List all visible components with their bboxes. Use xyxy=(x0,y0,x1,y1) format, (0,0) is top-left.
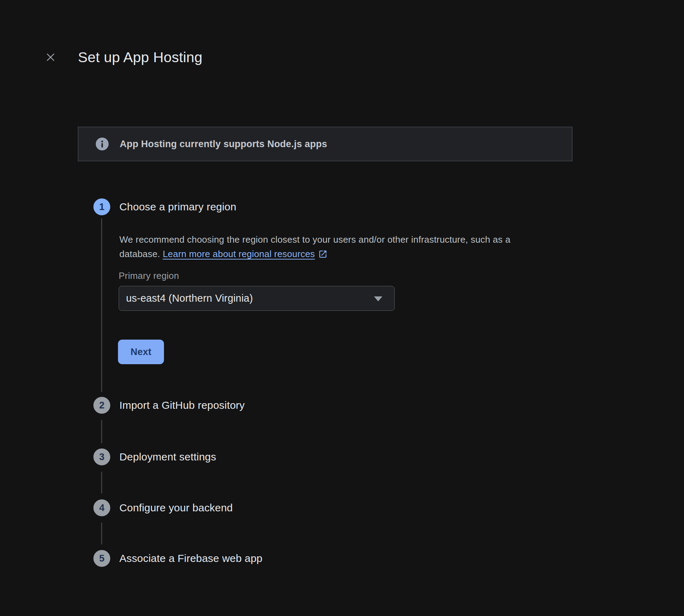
step-1-number: 1 xyxy=(99,202,104,212)
open-in-new-icon xyxy=(318,249,328,259)
step-3-title: Deployment settings xyxy=(119,449,216,465)
learn-more-link[interactable]: Learn more about regional resources xyxy=(163,249,315,259)
info-icon xyxy=(95,137,109,151)
step-5-title: Associate a Firebase web app xyxy=(119,551,263,566)
dropdown-caret-icon xyxy=(374,296,382,301)
primary-region-value: us-east4 (Northern Virginia) xyxy=(126,293,253,304)
step-4-title: Configure your backend xyxy=(119,500,233,516)
stepper-connector xyxy=(101,218,102,392)
close-button[interactable] xyxy=(39,46,62,68)
stepper-connector xyxy=(101,472,102,493)
step-3-circle: 3 xyxy=(93,448,110,465)
stepper-connector xyxy=(101,420,102,443)
app-hosting-setup-dialog: Set up App Hosting App Hosting currently… xyxy=(0,0,684,616)
step-3-number: 3 xyxy=(99,452,104,463)
close-icon xyxy=(45,51,57,63)
step-2-number: 2 xyxy=(99,400,104,411)
next-button[interactable]: Next xyxy=(118,340,164,364)
primary-region-label: Primary region xyxy=(119,270,179,281)
step-4-number: 4 xyxy=(99,503,104,513)
description-line-2: database. xyxy=(119,249,163,259)
info-banner-text: App Hosting currently supports Node.js a… xyxy=(120,139,327,150)
primary-region-select[interactable]: us-east4 (Northern Virginia) xyxy=(119,286,395,311)
step-1-description: We recommend choosing the region closest… xyxy=(119,232,583,261)
info-banner: App Hosting currently supports Node.js a… xyxy=(78,127,572,161)
step-5-circle: 5 xyxy=(93,550,110,567)
step-4-circle: 4 xyxy=(93,499,110,516)
page-title: Set up App Hosting xyxy=(78,46,203,68)
step-1-title: Choose a primary region xyxy=(119,199,236,215)
stepper-connector xyxy=(101,523,102,544)
step-1-circle: 1 xyxy=(93,198,110,215)
step-2-title: Import a GitHub repository xyxy=(119,398,245,413)
description-line-1: We recommend choosing the region closest… xyxy=(119,234,511,245)
step-5-number: 5 xyxy=(99,553,104,564)
step-2-circle: 2 xyxy=(93,397,110,414)
